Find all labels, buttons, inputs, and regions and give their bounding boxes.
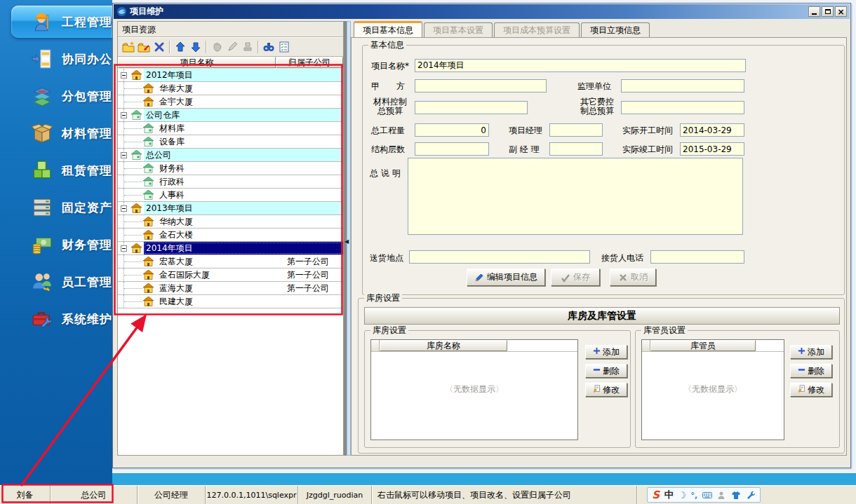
sidebar-item-8[interactable]: 员工管理: [0, 266, 112, 298]
delete-button[interactable]: 删除: [585, 364, 627, 378]
tree-row[interactable]: 公司仓库: [118, 109, 343, 122]
actual-finish-input[interactable]: [680, 142, 744, 156]
collapse-minus-icon[interactable]: [121, 152, 127, 158]
row-indicator-column: [642, 340, 650, 351]
close-button[interactable]: ×: [835, 6, 847, 17]
ime-user-icon[interactable]: [716, 491, 726, 500]
tree-row[interactable]: 财务科: [118, 162, 343, 175]
maximize-button[interactable]: [822, 6, 834, 17]
tree-row[interactable]: 设备库: [118, 135, 343, 149]
tree-row[interactable]: 总公司: [118, 149, 343, 162]
material-budget-input[interactable]: [415, 101, 528, 114]
ime-punctuation[interactable]: °,: [691, 491, 698, 500]
sidebar-item-6[interactable]: 固定资产: [0, 191, 112, 224]
keeper-column-header[interactable]: 库管员: [650, 340, 756, 351]
supervision-unit-input[interactable]: [621, 79, 744, 93]
sidebar-item-label: 财务管理: [62, 237, 112, 253]
project-name-input[interactable]: [415, 59, 746, 72]
toolbar-separator: [169, 41, 170, 53]
sidebar-item-3[interactable]: 分包管理: [0, 80, 112, 112]
collapse-arrow-icon[interactable]: ◀: [345, 238, 349, 245]
window-titlebar[interactable]: 项目维护 ×: [114, 4, 850, 19]
warehouse-name-column-header[interactable]: 库房名称: [380, 340, 507, 351]
tree-row[interactable]: 宏基大厦第一子公司: [118, 255, 343, 268]
tree-row[interactable]: 金石国际大厦第一子公司: [118, 268, 343, 282]
actual-start-input[interactable]: [680, 123, 744, 137]
tree-row[interactable]: 民建大厦: [118, 295, 343, 308]
tree-gutter: [118, 82, 157, 95]
deputy-manager-input[interactable]: [549, 142, 603, 156]
house-green-icon: [143, 163, 154, 173]
collapse-minus-icon[interactable]: [121, 72, 127, 79]
other-budget-input[interactable]: [621, 101, 744, 114]
column-header-project-name[interactable]: 项目名称: [118, 57, 276, 68]
move-up-icon[interactable]: [173, 40, 188, 54]
receiver-phone-input[interactable]: [650, 250, 744, 264]
modify-button[interactable]: 修改: [585, 383, 627, 397]
minimize-button[interactable]: [808, 6, 820, 17]
sidebar-item-2[interactable]: 协同办公: [0, 43, 112, 75]
tree-row[interactable]: 2012年项目: [118, 69, 343, 82]
collapse-minus-icon[interactable]: [121, 245, 127, 252]
ime-halfwidth-moon-icon[interactable]: ☽: [678, 490, 686, 500]
tree-row[interactable]: 金宇大厦: [118, 95, 343, 109]
add-folder-icon[interactable]: [121, 40, 136, 54]
tree-row[interactable]: 行政科: [118, 175, 343, 189]
tree-row[interactable]: 金石大楼: [118, 229, 343, 242]
tree-gutter: [118, 268, 157, 281]
house-orange-icon: [131, 70, 142, 80]
modify-button[interactable]: 修改: [790, 383, 832, 397]
tree-row[interactable]: 华泰大厦: [118, 82, 343, 95]
ime-chinese-mode[interactable]: 中: [664, 489, 674, 501]
cancel-button[interactable]: 取消: [610, 268, 656, 286]
ime-keyboard-icon[interactable]: [702, 491, 712, 500]
tree-row[interactable]: 蓝海大厦第一子公司: [118, 282, 343, 295]
summary-textarea[interactable]: [408, 158, 743, 235]
delete-button[interactable]: 删除: [790, 364, 832, 378]
modify-icon: [593, 385, 601, 395]
tree-row[interactable]: 材料库: [118, 122, 343, 135]
ime-wrench-icon[interactable]: [746, 491, 756, 500]
ime-skin-icon[interactable]: [731, 491, 741, 500]
total-quantity-label: 总工程量: [371, 125, 405, 137]
sidebar-item-4[interactable]: 材料管理: [0, 117, 112, 149]
search-icon[interactable]: [261, 40, 276, 54]
tab-4[interactable]: 项目立项信息: [581, 22, 650, 37]
sidebar-item-9[interactable]: 系统维护: [0, 303, 112, 335]
save-button[interactable]: 保存: [551, 268, 600, 286]
add-button[interactable]: 添加: [585, 345, 627, 359]
status-db-server: 127.0.0.1,1011\sqlexpr: [206, 486, 298, 504]
delivery-place-input[interactable]: [409, 250, 590, 264]
tree-gutter: [118, 149, 144, 161]
tree-row[interactable]: 2013年项目: [118, 202, 343, 215]
tree-row[interactable]: 华纳大厦: [118, 215, 343, 229]
collapse-minus-icon[interactable]: [121, 112, 127, 118]
tab-1[interactable]: 项目基本信息: [354, 21, 422, 37]
sidebar-item-1[interactable]: 工程管理: [11, 6, 112, 38]
tree-gutter: [118, 189, 157, 201]
view-list-icon[interactable]: [276, 40, 292, 54]
move-down-icon[interactable]: [188, 40, 203, 54]
sidebar-item-5[interactable]: 租赁管理: [0, 154, 112, 186]
add-button[interactable]: 添加: [790, 345, 832, 359]
project-manager-input[interactable]: [549, 123, 603, 137]
tree-row[interactable]: 人事科: [118, 189, 343, 202]
warehouse-table[interactable]: 库房名称 〈无数据显示〉: [370, 339, 578, 440]
party-a-input[interactable]: [415, 79, 547, 93]
delete-icon[interactable]: [152, 40, 167, 54]
edit-project-button[interactable]: 编辑项目信息: [467, 268, 545, 286]
column-header-subsidiary[interactable]: 归属子公司: [276, 57, 343, 68]
house-orange-icon: [143, 217, 154, 226]
tree-row[interactable]: 2014年项目: [118, 242, 343, 255]
house-orange-icon: [143, 297, 154, 306]
sidebar-item-7[interactable]: 财务管理: [0, 229, 112, 261]
edit-folder-icon[interactable]: [136, 40, 152, 54]
collapse-minus-icon[interactable]: [121, 205, 127, 212]
keeper-table[interactable]: 库管员 〈无数据显示〉: [641, 339, 784, 440]
panel-splitter[interactable]: ◀: [344, 21, 351, 456]
structure-floors-input[interactable]: [415, 142, 489, 156]
ime-toolbar[interactable]: S 中 ☽ °,: [647, 487, 761, 503]
house-orange-icon: [143, 257, 154, 266]
sogou-logo-icon[interactable]: S: [652, 489, 660, 501]
total-quantity-input[interactable]: [415, 123, 489, 137]
